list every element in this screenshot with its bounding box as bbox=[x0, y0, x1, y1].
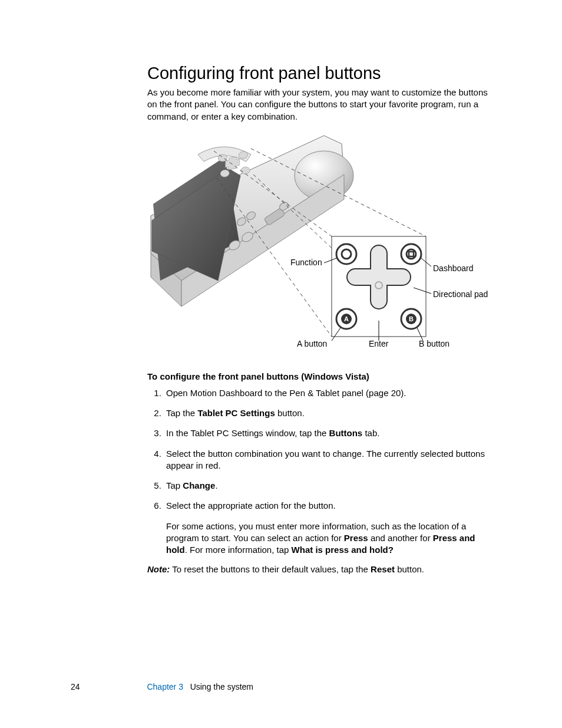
step-1: Open Motion Dashboard to the Pen & Table… bbox=[164, 387, 496, 399]
procedure-steps: Open Motion Dashboard to the Pen & Table… bbox=[147, 387, 496, 556]
svg-text:A: A bbox=[344, 315, 349, 322]
step-6: Select the appropriate action for the bu… bbox=[164, 500, 496, 556]
intro-paragraph: As you become more familiar with your sy… bbox=[147, 87, 496, 123]
step-2: Tap the Tablet PC Settings button. bbox=[164, 407, 496, 419]
svg-text:B: B bbox=[409, 315, 414, 322]
chapter-label: Chapter 3 bbox=[147, 682, 183, 691]
label-dashboard: Dashboard bbox=[433, 264, 474, 272]
label-enter: Enter bbox=[369, 340, 388, 348]
section-heading: Configuring front panel buttons bbox=[147, 64, 496, 83]
label-a-button: A button bbox=[297, 340, 327, 348]
note: Note: To reset the buttons to their defa… bbox=[147, 564, 496, 574]
step-4: Select the button combination you want t… bbox=[164, 448, 496, 472]
step-3: In the Tablet PC Settings window, tap th… bbox=[164, 427, 496, 439]
page-number: 24 bbox=[71, 682, 80, 691]
front-panel-diagram: A B bbox=[147, 133, 501, 357]
svg-point-18 bbox=[401, 244, 421, 264]
procedure-heading: To configure the front panel buttons (Wi… bbox=[147, 371, 496, 381]
label-directional-pad: Directional pad bbox=[433, 290, 488, 298]
chapter-title bbox=[186, 682, 190, 691]
label-function: Function bbox=[290, 258, 322, 266]
step-5: Tap Change. bbox=[164, 480, 496, 492]
page-footer: 24 Chapter 3 Using the system bbox=[71, 682, 253, 691]
label-b-button: B button bbox=[419, 340, 449, 348]
svg-point-16 bbox=[336, 244, 356, 264]
